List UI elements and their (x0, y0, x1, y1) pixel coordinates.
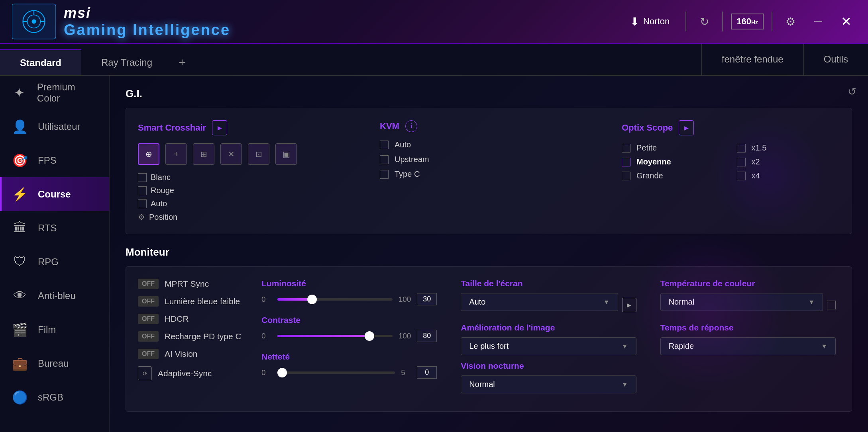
sidebar-item-utilisateur[interactable]: 👤 Utilisateur (0, 109, 109, 143)
logo-gaming: Gaming Intelligence (64, 22, 230, 39)
course-icon: ⚡ (12, 187, 28, 202)
sidebar-item-anti-bleu[interactable]: 👁 Anti-bleu (0, 279, 109, 313)
optix-x4-radio[interactable] (737, 172, 746, 180)
amelioration-label: Amélioration de l'image (461, 323, 636, 332)
sidebar-item-srgb[interactable]: 🔵 sRGB (0, 380, 109, 414)
color-auto-label: Auto (151, 199, 167, 208)
kvm-auto-option[interactable]: Auto (380, 140, 598, 149)
sidebar-item-rpg[interactable]: 🛡 RPG (0, 245, 109, 279)
position-button[interactable]: ⚙ Position (138, 212, 356, 222)
nettete-label: Netteté (261, 352, 437, 362)
sidebar-item-label: RTS (38, 223, 57, 234)
crosshair-icon-2[interactable]: + (165, 143, 187, 165)
optix-play-button[interactable]: ▶ (679, 120, 694, 135)
optix-x15-label: x1.5 (752, 143, 767, 152)
tab-raytracing[interactable]: Ray Tracing (81, 49, 172, 75)
crosshair-icon-3[interactable]: ⊞ (193, 143, 214, 165)
color-auto-option[interactable]: Auto (138, 199, 167, 208)
optix-moyenne-option[interactable]: Moyenne (622, 157, 725, 166)
temps-reponse-dropdown[interactable]: Rapide ▼ (660, 337, 836, 355)
optix-options-grid: Petite x1.5 Moyenne x2 (622, 143, 840, 180)
color-blanc-radio[interactable] (138, 173, 147, 182)
tab-add-icon: + (179, 56, 186, 69)
crosshair-icon-4[interactable]: ✕ (220, 143, 242, 165)
kvm-upstream-radio[interactable] (380, 155, 389, 164)
sidebar-item-film[interactable]: 🎬 Film (0, 313, 109, 346)
hdcr-toggle[interactable]: OFF (138, 314, 159, 324)
kvm-upstream-option[interactable]: Upstream (380, 155, 598, 164)
kvm-info-icon[interactable]: i (405, 120, 417, 132)
sidebar-item-label: FPS (38, 155, 57, 166)
premium-color-icon: ✦ (12, 85, 27, 100)
adaptive-sync-row: ⟳ Adaptive-Sync (138, 366, 242, 380)
minimize-button[interactable]: ─ (808, 12, 828, 31)
norton-button[interactable]: ⬇ Norton (622, 12, 678, 31)
settings-button[interactable]: ⚙ (780, 12, 800, 31)
sidebar-item-course[interactable]: ⚡ Course (0, 177, 109, 211)
optix-x2-option[interactable]: x2 (737, 157, 840, 166)
tab-split-window[interactable]: fenêtre fendue (701, 43, 803, 75)
optix-x4-option[interactable]: x4 (737, 171, 840, 180)
sidebar-item-fps[interactable]: 🎯 FPS (0, 143, 109, 177)
temp-couleur-dropdown[interactable]: Normal ▼ (660, 293, 823, 311)
kvm-auto-label: Auto (395, 140, 411, 149)
vision-nocturne-dropdown[interactable]: Normal ▼ (461, 375, 636, 393)
luminosite-thumb[interactable] (307, 295, 317, 304)
contraste-slider[interactable] (277, 335, 393, 337)
close-button[interactable]: ✕ (836, 12, 856, 31)
crosshair-icon-5[interactable]: ⊡ (248, 143, 269, 165)
color-rouge-radio[interactable] (138, 186, 147, 195)
optix-petite-radio[interactable] (622, 144, 630, 152)
nettete-thumb[interactable] (277, 368, 287, 377)
amelioration-arrow: ▼ (622, 343, 628, 350)
sidebar-item-rts[interactable]: 🏛 RTS (0, 211, 109, 245)
hdcr-row: OFF HDCR (138, 314, 242, 324)
luminosite-slider[interactable] (277, 298, 393, 301)
nettete-value: 0 (417, 366, 437, 379)
optix-x15-radio[interactable] (737, 144, 746, 152)
crosshair-icon-1[interactable]: ⊕ (138, 143, 159, 165)
amelioration-dropdown[interactable]: Le plus fort ▼ (461, 337, 636, 355)
kvm-auto-radio[interactable] (380, 141, 389, 149)
optix-petite-option[interactable]: Petite (622, 143, 725, 152)
content-refresh-button[interactable]: ↺ (842, 82, 862, 102)
mprt-sync-toggle[interactable]: OFF (138, 279, 159, 289)
divider2 (722, 12, 723, 31)
hz-value: 160 (736, 16, 751, 26)
smart-crosshair-play-button[interactable]: ▶ (212, 120, 227, 135)
kvm-typec-radio[interactable] (380, 170, 389, 179)
recharge-pd-toggle[interactable]: OFF (138, 331, 159, 342)
dropdowns-column-1: Taille de l'écran Auto ▼ ▶ Amélioration … (457, 279, 640, 399)
color-auto-radio[interactable] (138, 199, 147, 208)
tab-tools-label: Outils (824, 54, 848, 65)
sidebar-item-label: Utilisateur (38, 121, 81, 132)
optix-x15-option[interactable]: x1.5 (737, 143, 840, 152)
tab-standard[interactable]: Standard (0, 49, 81, 75)
kvm-typec-option[interactable]: Type C (380, 170, 598, 179)
mprt-sync-label: MPRT Sync (165, 279, 209, 289)
crosshair-icon-6[interactable]: ▣ (275, 143, 297, 165)
tab-add-button[interactable]: + (172, 49, 192, 75)
temp-couleur-radio[interactable] (827, 301, 836, 309)
sidebar-item-bureau[interactable]: 💼 Bureau (0, 346, 109, 380)
tab-tools[interactable]: Outils (803, 43, 868, 75)
color-rouge-option[interactable]: Rouge (138, 186, 174, 195)
refresh-button[interactable]: ↻ (694, 12, 714, 31)
taille-ecran-play-button[interactable]: ▶ (622, 298, 636, 312)
taille-ecran-label: Taille de l'écran (461, 279, 636, 288)
temps-reponse-label: Temps de réponse (660, 323, 836, 332)
lumiere-bleue-toggle[interactable]: OFF (138, 296, 159, 307)
sidebar-item-premium-color[interactable]: ✦ Premium Color (0, 76, 109, 109)
sidebar-item-label: Anti-bleu (38, 290, 76, 301)
contraste-thumb[interactable] (365, 331, 374, 341)
optix-moyenne-radio[interactable] (622, 158, 630, 166)
color-blanc-option[interactable]: Blanc (138, 173, 171, 182)
nettete-slider[interactable] (277, 371, 395, 374)
gi-row: Smart Crosshair ▶ ⊕ + ⊞ ✕ ⊡ ▣ Blanc (138, 120, 840, 222)
ai-vision-toggle[interactable]: OFF (138, 349, 159, 359)
optix-x2-radio[interactable] (737, 158, 746, 166)
logo-area: msi Gaming Intelligence (0, 4, 242, 39)
taille-ecran-dropdown[interactable]: Auto ▼ (461, 293, 618, 311)
optix-grande-radio[interactable] (622, 172, 630, 180)
optix-grande-option[interactable]: Grande (622, 171, 725, 180)
